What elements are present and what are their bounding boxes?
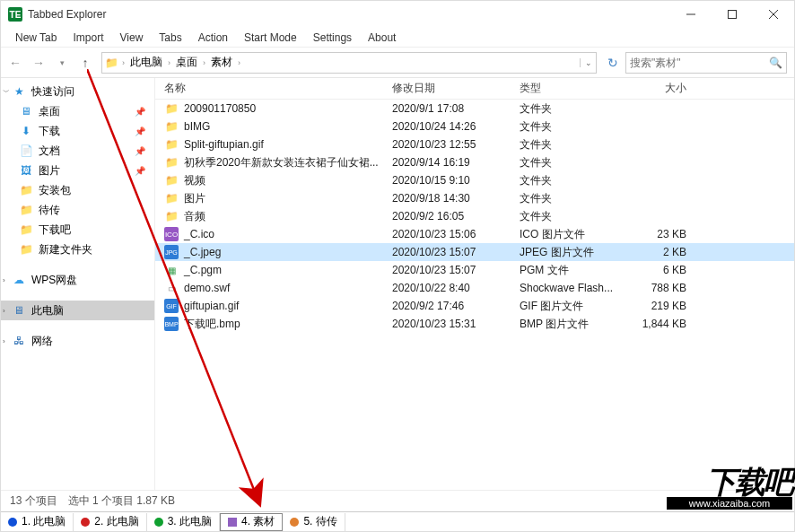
file-date: 2020/10/23 15:31 — [392, 318, 520, 330]
sidebar-label: 网络 — [31, 334, 53, 349]
breadcrumb-item[interactable]: 素材 — [207, 55, 236, 70]
sidebar-item[interactable]: 📄文档📌 — [1, 141, 154, 161]
menu-action[interactable]: Action — [191, 30, 235, 46]
col-date[interactable]: 修改日期 — [392, 81, 520, 96]
file-row[interactable]: 📁初秋季2020年新款女装连衣裙子仙女裙...2020/9/14 16:19文件… — [155, 153, 794, 171]
app-icon: TE — [8, 7, 22, 22]
folder-icon: 📁 — [164, 173, 179, 188]
file-type: 文件夹 — [520, 119, 618, 135]
sidebar-item[interactable]: 📁待传 — [1, 200, 154, 220]
star-icon: ★ — [12, 84, 26, 99]
title-bar: TE Tabbed Explorer — [1, 1, 794, 28]
sidebar-this-pc[interactable]: › 🖥 此电脑 — [1, 301, 154, 320]
col-type[interactable]: 类型 — [520, 81, 618, 96]
menu-start-mode[interactable]: Start Mode — [237, 30, 304, 46]
search-icon[interactable]: 🔍 — [769, 57, 782, 69]
tab-label: 5. 待传 — [303, 514, 336, 529]
file-row[interactable]: 📁Split-giftupian.gif2020/10/23 12:55文件夹 — [155, 135, 794, 153]
file-row[interactable]: 📁视频2020/10/15 9:10文件夹 — [155, 171, 794, 189]
minimize-button[interactable] — [670, 1, 712, 28]
sidebar-item[interactable]: 🖼图片📌 — [1, 161, 154, 180]
up-button[interactable]: ↑ — [74, 52, 96, 74]
breadcrumb[interactable]: 📁 › 此电脑 › 桌面 › 素材 › ⌄ — [101, 52, 597, 74]
folder-icon: 📁 — [164, 101, 179, 116]
menu-view[interactable]: View — [113, 30, 151, 46]
file-row[interactable]: JPG_C.jpeg2020/10/23 15:07JPEG 图片文件2 KB — [155, 243, 794, 261]
file-row[interactable]: ▭demo.swf2020/10/22 8:40Shockwave Flash.… — [155, 279, 794, 297]
col-name[interactable]: 名称 — [164, 81, 392, 96]
sidebar-wps[interactable]: › ☁ WPS网盘 — [1, 270, 154, 290]
file-row[interactable]: 📁2009011708502020/9/1 17:08文件夹 — [155, 100, 794, 118]
network-icon: 🖧 — [12, 334, 26, 348]
file-type: Shockwave Flash... — [520, 282, 618, 294]
folder-icon: 📁 — [102, 57, 120, 69]
menu-settings[interactable]: Settings — [306, 30, 359, 46]
file-type: 文件夹 — [520, 137, 618, 153]
file-type: 文件夹 — [520, 191, 618, 206]
search-input[interactable] — [630, 57, 769, 69]
breadcrumb-item[interactable]: 桌面 — [172, 55, 201, 70]
menu-import[interactable]: Import — [66, 30, 110, 46]
sidebar-item-label: 下载吧 — [39, 222, 71, 238]
file-row[interactable]: BMP下载吧.bmp2020/10/23 15:31BMP 图片文件1,844 … — [155, 315, 794, 333]
file-row[interactable]: GIFgiftupian.gif2020/9/2 17:46GIF 图片文件21… — [155, 297, 794, 315]
close-button[interactable] — [753, 1, 794, 28]
svg-rect-1 — [729, 11, 737, 19]
desktop-icon: 🖥 — [19, 104, 33, 118]
back-button[interactable]: ← — [4, 52, 26, 74]
search-box[interactable]: 🔍 — [625, 52, 787, 74]
sidebar-item[interactable]: 📁下载吧 — [1, 220, 154, 240]
file-row[interactable]: ICO_C.ico2020/10/23 15:06ICO 图片文件23 KB — [155, 225, 794, 243]
tab-color-icon — [81, 518, 90, 527]
file-row[interactable]: 📁图片2020/9/18 14:30文件夹 — [155, 189, 794, 207]
file-date: 2020/9/1 17:08 — [392, 102, 520, 115]
sidebar-item[interactable]: 🖥桌面📌 — [1, 101, 154, 121]
chevron-right-icon: › — [166, 58, 172, 67]
folder-icon: 📁 — [19, 203, 33, 217]
file-date: 2020/10/23 15:06 — [392, 228, 520, 240]
file-row[interactable]: 📁音频2020/9/2 16:05文件夹 — [155, 207, 794, 225]
pin-icon: 📌 — [135, 166, 145, 176]
tab[interactable]: 3. 此电脑 — [147, 513, 220, 531]
file-name: 音频 — [184, 209, 205, 224]
file-size: 2 KB — [618, 246, 699, 258]
col-size[interactable]: 大小 — [618, 81, 699, 96]
img-icon: ICO — [164, 227, 179, 241]
tab[interactable]: 2. 此电脑 — [74, 513, 146, 531]
tab-label: 2. 此电脑 — [94, 514, 138, 529]
tab[interactable]: 1. 此电脑 — [1, 513, 74, 531]
breadcrumb-dropdown[interactable]: ⌄ — [580, 58, 596, 67]
menu-bar: New Tab Import View Tabs Action Start Mo… — [1, 28, 794, 48]
tab-label: 3. 此电脑 — [168, 514, 212, 529]
sidebar-item-label: 文档 — [39, 144, 60, 159]
monitor-icon: 🖥 — [12, 303, 26, 318]
menu-tabs[interactable]: Tabs — [152, 30, 188, 46]
maximize-button[interactable] — [712, 1, 753, 28]
forward-button[interactable]: → — [28, 52, 49, 74]
caret-icon: › — [3, 337, 5, 345]
file-size: 788 KB — [618, 282, 699, 294]
sidebar-quick-access[interactable]: ﹀ ★ 快速访问 — [1, 82, 154, 101]
sidebar-item[interactable]: 📁安装包 — [1, 180, 154, 200]
refresh-button[interactable]: ↻ — [602, 52, 624, 74]
menu-new-tab[interactable]: New Tab — [8, 30, 64, 46]
recent-dropdown[interactable]: ▾ — [51, 52, 73, 74]
sidebar-item[interactable]: 📁新建文件夹 — [1, 240, 154, 259]
sidebar-item-label: 安装包 — [39, 183, 71, 198]
file-name: 初秋季2020年新款女装连衣裙子仙女裙... — [184, 155, 379, 170]
sidebar-network[interactable]: › 🖧 网络 — [1, 331, 154, 351]
tab[interactable]: 5. 待传 — [283, 513, 345, 531]
file-row[interactable]: ▦_C.pgm2020/10/23 15:07PGM 文件6 KB — [155, 261, 794, 279]
file-type: JPEG 图片文件 — [520, 245, 618, 260]
breadcrumb-item[interactable]: 此电脑 — [127, 55, 166, 70]
file-row[interactable]: 📁bIMG2020/10/24 14:26文件夹 — [155, 118, 794, 135]
doc-icon: 📄 — [19, 144, 33, 158]
tab[interactable]: 4. 素材 — [220, 513, 283, 531]
file-date: 2020/10/23 12:55 — [392, 138, 520, 151]
file-type: 文件夹 — [520, 209, 618, 224]
sidebar-item[interactable]: ⬇下载📌 — [1, 121, 154, 141]
file-size: 23 KB — [618, 228, 699, 240]
sidebar-item-label: 图片 — [39, 163, 60, 179]
menu-about[interactable]: About — [361, 30, 403, 46]
file-date: 2020/10/22 8:40 — [392, 282, 520, 294]
